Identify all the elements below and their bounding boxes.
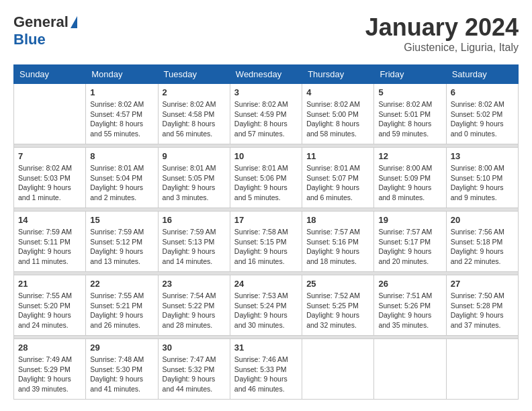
calendar-cell: 31Sunrise: 7:46 AMSunset: 5:33 PMDayligh… [230,339,302,400]
calendar-cell: 4Sunrise: 8:02 AMSunset: 5:00 PMDaylight… [302,84,374,144]
day-number: 11 [306,151,369,161]
calendar-cell [374,339,446,400]
calendar-cell: 17Sunrise: 7:58 AMSunset: 5:15 PMDayligh… [230,212,302,272]
calendar-cell: 23Sunrise: 7:54 AMSunset: 5:22 PMDayligh… [158,275,230,336]
day-info: Sunrise: 7:57 AMSunset: 5:17 PMDaylight:… [378,227,441,267]
day-info: Sunrise: 8:02 AMSunset: 5:00 PMDaylight:… [306,99,369,139]
week-row-4: 21Sunrise: 7:55 AMSunset: 5:20 PMDayligh… [14,275,519,336]
day-info: Sunrise: 7:59 AMSunset: 5:13 PMDaylight:… [163,227,226,267]
calendar-cell: 3Sunrise: 8:02 AMSunset: 4:59 PMDaylight… [230,84,302,144]
day-number: 4 [306,87,369,97]
day-number: 6 [451,87,514,97]
day-number: 22 [90,279,153,289]
calendar-cell: 22Sunrise: 7:55 AMSunset: 5:21 PMDayligh… [86,275,158,336]
calendar-table: SundayMondayTuesdayWednesdayThursdayFrid… [13,64,519,400]
calendar-cell: 30Sunrise: 7:47 AMSunset: 5:32 PMDayligh… [158,339,230,400]
calendar-cell: 26Sunrise: 7:51 AMSunset: 5:26 PMDayligh… [374,275,446,336]
week-row-5: 28Sunrise: 7:49 AMSunset: 5:29 PMDayligh… [14,339,519,400]
calendar-cell: 21Sunrise: 7:55 AMSunset: 5:20 PMDayligh… [14,275,86,336]
day-info: Sunrise: 7:59 AMSunset: 5:11 PMDaylight:… [18,227,81,267]
calendar-cell: 19Sunrise: 7:57 AMSunset: 5:17 PMDayligh… [374,212,446,272]
header-monday: Monday [86,65,158,84]
day-info: Sunrise: 8:02 AMSunset: 4:58 PMDaylight:… [163,99,226,139]
day-number: 29 [90,342,153,353]
day-number: 20 [451,215,514,225]
page-header: General Blue January 2024 Giustenice, Li… [13,13,519,54]
week-row-3: 14Sunrise: 7:59 AMSunset: 5:11 PMDayligh… [14,212,519,272]
day-info: Sunrise: 7:50 AMSunset: 5:28 PMDaylight:… [451,291,514,330]
day-info: Sunrise: 7:51 AMSunset: 5:26 PMDaylight:… [378,291,441,330]
day-info: Sunrise: 7:56 AMSunset: 5:18 PMDaylight:… [451,227,514,267]
week-row-1: 1Sunrise: 8:02 AMSunset: 4:57 PMDaylight… [14,84,519,144]
day-info: Sunrise: 8:02 AMSunset: 4:57 PMDaylight:… [90,99,153,139]
day-info: Sunrise: 7:59 AMSunset: 5:12 PMDaylight:… [90,227,153,267]
day-info: Sunrise: 7:55 AMSunset: 5:20 PMDaylight:… [18,291,81,330]
day-info: Sunrise: 7:49 AMSunset: 5:29 PMDaylight:… [18,355,81,394]
logo: General Blue [13,13,77,48]
day-info: Sunrise: 7:52 AMSunset: 5:25 PMDaylight:… [306,291,369,330]
day-number: 1 [90,87,153,97]
day-info: Sunrise: 8:02 AMSunset: 5:02 PMDaylight:… [451,99,514,139]
logo-triangle-icon [71,16,77,28]
day-info: Sunrise: 7:47 AMSunset: 5:32 PMDaylight:… [163,355,226,394]
calendar-cell: 12Sunrise: 8:00 AMSunset: 5:09 PMDayligh… [374,148,446,208]
day-number: 31 [234,342,298,353]
day-info: Sunrise: 7:58 AMSunset: 5:15 PMDaylight:… [234,227,298,267]
header-sunday: Sunday [14,65,86,84]
calendar-cell: 10Sunrise: 8:01 AMSunset: 5:06 PMDayligh… [230,148,302,208]
day-number: 28 [18,342,81,353]
calendar-cell [302,339,374,400]
day-info: Sunrise: 7:53 AMSunset: 5:24 PMDaylight:… [234,291,298,330]
calendar-cell: 13Sunrise: 8:00 AMSunset: 5:10 PMDayligh… [446,148,518,208]
week-row-2: 7Sunrise: 8:02 AMSunset: 5:03 PMDaylight… [14,148,519,208]
header-wednesday: Wednesday [230,65,302,84]
day-info: Sunrise: 8:01 AMSunset: 5:07 PMDaylight:… [306,163,369,203]
day-number: 8 [90,151,153,161]
title-area: January 2024 Giustenice, Liguria, Italy [365,13,519,54]
day-number: 15 [90,215,153,225]
location-text: Giustenice, Liguria, Italy [365,42,519,54]
day-info: Sunrise: 7:48 AMSunset: 5:30 PMDaylight:… [90,355,153,394]
day-number: 30 [163,342,226,353]
calendar-cell [14,84,86,144]
day-number: 17 [234,215,298,225]
day-info: Sunrise: 7:46 AMSunset: 5:33 PMDaylight:… [234,355,298,394]
calendar-cell: 1Sunrise: 8:02 AMSunset: 4:57 PMDaylight… [86,84,158,144]
day-number: 7 [18,151,81,161]
day-info: Sunrise: 7:55 AMSunset: 5:21 PMDaylight:… [90,291,153,330]
calendar-cell: 15Sunrise: 7:59 AMSunset: 5:12 PMDayligh… [86,212,158,272]
day-info: Sunrise: 8:00 AMSunset: 5:10 PMDaylight:… [451,163,514,203]
day-number: 13 [451,151,514,161]
day-number: 19 [378,215,441,225]
day-info: Sunrise: 8:01 AMSunset: 5:05 PMDaylight:… [163,163,226,203]
header-thursday: Thursday [302,65,374,84]
calendar-cell: 28Sunrise: 7:49 AMSunset: 5:29 PMDayligh… [14,339,86,400]
day-info: Sunrise: 8:00 AMSunset: 5:09 PMDaylight:… [378,163,441,203]
day-info: Sunrise: 8:02 AMSunset: 5:03 PMDaylight:… [18,163,81,203]
day-number: 14 [18,215,81,225]
header-tuesday: Tuesday [158,65,230,84]
day-number: 10 [234,151,298,161]
calendar-cell: 2Sunrise: 8:02 AMSunset: 4:58 PMDaylight… [158,84,230,144]
day-number: 16 [163,215,226,225]
day-info: Sunrise: 8:01 AMSunset: 5:06 PMDaylight:… [234,163,298,203]
calendar-cell: 6Sunrise: 8:02 AMSunset: 5:02 PMDaylight… [446,84,518,144]
calendar-cell: 16Sunrise: 7:59 AMSunset: 5:13 PMDayligh… [158,212,230,272]
day-number: 26 [378,279,441,289]
day-number: 18 [306,215,369,225]
calendar-cell: 27Sunrise: 7:50 AMSunset: 5:28 PMDayligh… [446,275,518,336]
month-title: January 2024 [365,13,519,42]
calendar-cell: 24Sunrise: 7:53 AMSunset: 5:24 PMDayligh… [230,275,302,336]
calendar-cell: 20Sunrise: 7:56 AMSunset: 5:18 PMDayligh… [446,212,518,272]
calendar-cell: 11Sunrise: 8:01 AMSunset: 5:07 PMDayligh… [302,148,374,208]
day-number: 21 [18,279,81,289]
day-number: 27 [451,279,514,289]
calendar-cell: 14Sunrise: 7:59 AMSunset: 5:11 PMDayligh… [14,212,86,272]
day-number: 5 [378,87,441,97]
day-number: 12 [378,151,441,161]
header-friday: Friday [374,65,446,84]
calendar-cell: 7Sunrise: 8:02 AMSunset: 5:03 PMDaylight… [14,148,86,208]
day-number: 24 [234,279,298,289]
day-info: Sunrise: 8:01 AMSunset: 5:04 PMDaylight:… [90,163,153,203]
day-number: 3 [234,87,298,97]
